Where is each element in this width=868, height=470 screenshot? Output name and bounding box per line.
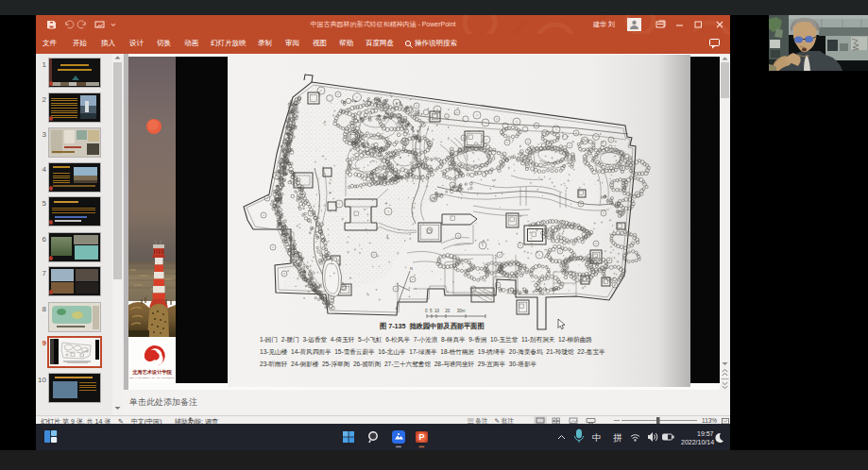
svg-text:P: P: [418, 432, 424, 442]
svg-text:北海艺术设计学院: 北海艺术设计学院: [131, 369, 172, 376]
svg-text:0 5 10 20 30m: 0 5 10 20 30m: [425, 309, 466, 313]
svg-text:13-见山楼 14-荷风四面亭 15-雪香云蔚亭 16: 13-见山楼 14-荷风四面亭 15-雪香云蔚亭 16-北山亭 17-绿漪亭 1…: [260, 348, 605, 356]
svg-text:19:57: 19:57: [697, 430, 714, 437]
svg-text:拼: 拼: [613, 432, 622, 443]
svg-text:1-园门 2-腰门 3-远香堂 4-倚玉轩 5-小飞: 1-园门 2-腰门 3-远香堂 4-倚玉轩 5-小飞虹 6-松风亭 7-小沧浪 …: [260, 336, 592, 344]
svg-text:BEIHAI UNIVERSITY OF ART AND D: BEIHAI UNIVERSITY OF ART AND DESIGN: [129, 377, 175, 379]
svg-text:图 7-135 拙政园中部及西部平面图: 图 7-135 拙政园中部及西部平面图: [380, 322, 485, 330]
svg-text:中: 中: [592, 432, 602, 443]
svg-text:N: N: [410, 266, 413, 271]
svg-text:23-听雨轩 24-倒影楼 25-浮翠阁 26-留听阁: 23-听雨轩 24-倒影楼 25-浮翠阁 26-留听阁 27-三十六鸳鸯馆 28…: [260, 361, 536, 368]
svg-text:2022/10/14: 2022/10/14: [681, 439, 714, 445]
